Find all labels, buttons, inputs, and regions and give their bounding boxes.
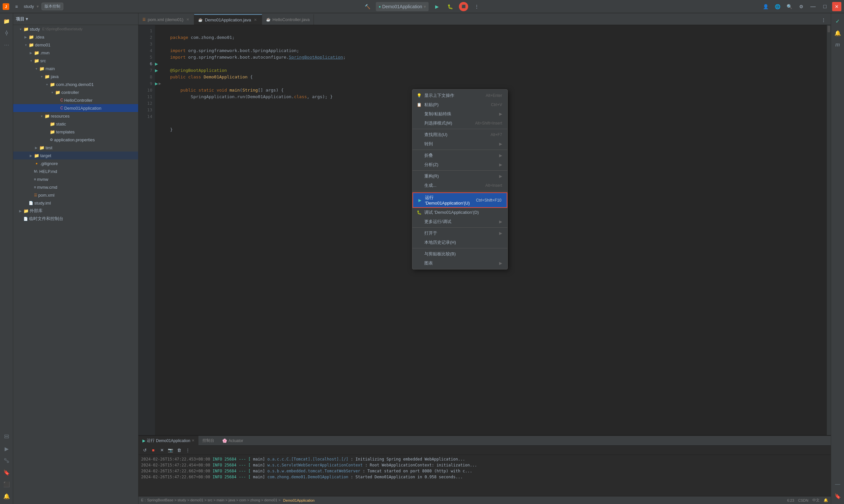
search-everywhere-icon[interactable]: 🔍 bbox=[785, 2, 794, 11]
sidebar-icon-project[interactable]: 📁 bbox=[1, 16, 12, 26]
tab-close-pom[interactable]: ✕ bbox=[185, 17, 190, 22]
right-icon-notifications[interactable]: 🔔 bbox=[832, 28, 843, 38]
sidebar-icon-bookmark[interactable]: 🔖 bbox=[1, 467, 12, 478]
editor-scrollbar[interactable] bbox=[827, 25, 831, 435]
ctx-item-folding[interactable]: 折叠 ▶ bbox=[412, 151, 507, 160]
gutter-9-runicon[interactable]: ▶ ▶ bbox=[155, 80, 165, 87]
vcs-button[interactable]: 版本控制 bbox=[41, 3, 63, 10]
tree-item-templates[interactable]: ▶ 📁 templates bbox=[13, 128, 138, 136]
toolbar-more-icon[interactable]: ⋮ bbox=[472, 2, 481, 11]
tree-item-mvnw[interactable]: ▶ ≡ mvnw bbox=[13, 175, 138, 183]
tree-item-target[interactable]: ▶ 📁 target bbox=[13, 151, 138, 159]
tree-item-test[interactable]: ▶ 📁 test bbox=[13, 144, 138, 151]
ctx-item-column-mode[interactable]: 列选择模式(M) Alt+Shift+Insert bbox=[412, 119, 507, 128]
tree-body[interactable]: ▾ 📁 study E:\SpringBootBase\study ▶ 📁 .i… bbox=[13, 25, 138, 504]
console-btn-screenshot[interactable]: 📷 bbox=[167, 447, 174, 454]
tree-item-com-zhong[interactable]: ▾ 📁 com.zhong.demo01 bbox=[13, 80, 138, 88]
sidebar-icon-notifications[interactable]: 🔔 bbox=[1, 491, 12, 501]
sidebar-icon-layers[interactable] bbox=[1, 432, 12, 442]
ctx-item-paste[interactable]: 📋 粘贴(P) Ctrl+V bbox=[412, 100, 507, 109]
ctx-item-paste-special[interactable]: 复制/粘贴特殊 ▶ bbox=[412, 109, 507, 119]
ctx-item-diagram[interactable]: 图表 ▶ bbox=[412, 258, 507, 268]
ctx-item-run[interactable]: ▶ 运行 'Demo01Application'(U) Ctrl+Shift+F… bbox=[412, 192, 507, 208]
tree-item-idea[interactable]: ▶ 📁 .idea bbox=[13, 33, 138, 41]
tree-item-ext-libs[interactable]: ▶ 📁 外部库 bbox=[13, 207, 138, 215]
tab-pom-xml[interactable]: ☰ pom.xml (demo01) ✕ bbox=[138, 14, 194, 25]
tree-item-controller[interactable]: ▾ 📁 controller bbox=[13, 88, 138, 96]
ctx-item-find-usages[interactable]: 查找用法(U) Alt+F7 bbox=[412, 130, 507, 139]
scrollbar-thumb[interactable] bbox=[828, 26, 830, 32]
right-icon-collapse[interactable]: — bbox=[832, 479, 843, 489]
gutter-7-runicon[interactable]: ▶ bbox=[155, 67, 165, 74]
find-icon bbox=[416, 132, 422, 137]
log-time-2: 2024-02-26T15:47:22.454+08:00 bbox=[141, 463, 210, 467]
toolbar-debug-icon[interactable]: 🐛 bbox=[446, 2, 455, 11]
tree-item-src[interactable]: ▾ 📁 src bbox=[13, 57, 138, 65]
folder-icon-com-zhong: 📁 bbox=[50, 82, 55, 87]
ctx-item-analyze[interactable]: 分析(Z) ▶ bbox=[412, 160, 507, 169]
tab-console[interactable]: 控制台 bbox=[199, 436, 218, 446]
sidebar-icon-run[interactable]: ▶ bbox=[1, 444, 12, 454]
close-button[interactable]: ✕ bbox=[832, 2, 841, 11]
toolbar-build-icon[interactable]: 🔨 bbox=[363, 2, 372, 11]
tree-item-application-props[interactable]: ▶ ⚙ application.properties bbox=[13, 136, 138, 144]
tree-item-study-iml[interactable]: ▶ 📄 study.iml bbox=[13, 199, 138, 207]
ctx-item-refactor[interactable]: 重构(R) ▶ bbox=[412, 172, 507, 181]
toolbar-run-btn[interactable]: ● Demo01Application ▾ bbox=[376, 2, 428, 11]
toolbar-run-icon[interactable]: ▶ bbox=[433, 2, 442, 11]
console-btn-close[interactable]: ✕ bbox=[158, 447, 166, 454]
console-btn-stop[interactable]: ■ bbox=[150, 447, 157, 454]
tree-item-demo01[interactable]: ▾ 📁 demo01 bbox=[13, 41, 138, 49]
sidebar-icon-commit[interactable] bbox=[1, 28, 12, 38]
console-btn-restart[interactable]: ↺ bbox=[141, 447, 148, 454]
tree-item-pom-xml[interactable]: ▶ ☰ pom.xml bbox=[13, 191, 138, 199]
tab-run[interactable]: ▶ 运行 Demo01Application ✕ bbox=[138, 436, 199, 446]
ctx-item-context-actions[interactable]: 💡 显示上下文操作 Alt+Enter bbox=[412, 91, 507, 100]
right-icon-bookmark[interactable]: 🔖 bbox=[832, 491, 843, 501]
toolbar-coverage-icon[interactable]: ⬛ bbox=[459, 2, 468, 11]
sidebar-icon-terminal[interactable]: ⬛ bbox=[1, 479, 12, 489]
tree-item-gitignore[interactable]: ▶ 🔸 .gitignore bbox=[13, 159, 138, 167]
tree-item-java[interactable]: ▾ 📁 java bbox=[13, 72, 138, 80]
tree-item-helpmd[interactable]: ▶ M↓ HELP.md bbox=[13, 167, 138, 175]
settings-icon[interactable]: ⚙ bbox=[796, 2, 806, 11]
tab-hello-controller[interactable]: ☕ HelloController.java bbox=[262, 14, 314, 25]
tab-demo01app[interactable]: ☕ Demo01Application.java ✕ bbox=[194, 14, 262, 25]
run-tab-close[interactable]: ✕ bbox=[192, 438, 194, 443]
ctx-item-local-history[interactable]: 本地历史记录(H) bbox=[412, 238, 507, 247]
ctx-item-debug[interactable]: 🐛 调试 'Demo01Application'(D) bbox=[412, 208, 507, 217]
paste-icon: 📋 bbox=[416, 102, 422, 107]
java-icon-demo01app: C bbox=[60, 106, 63, 110]
ctx-item-generate[interactable]: 生成... Alt+Insert bbox=[412, 181, 507, 190]
sidebar-icon-more[interactable]: ⋯ bbox=[1, 39, 12, 50]
ctx-item-compare-clipboard[interactable]: 与剪贴板比较(B) bbox=[412, 249, 507, 258]
tree-item-study-root[interactable]: ▾ 📁 study E:\SpringBootBase\study bbox=[13, 25, 138, 33]
tree-item-mvnw-cmd[interactable]: ▶ ≡ mvnw.cmd bbox=[13, 183, 138, 191]
tree-item-main[interactable]: ▾ 📁 main bbox=[13, 65, 138, 72]
project-dropdown-arrow[interactable]: ▾ bbox=[37, 4, 39, 9]
ctx-item-goto[interactable]: 转到 ▶ bbox=[412, 139, 507, 148]
tree-item-mvn[interactable]: ▶ 📁 .mvn bbox=[13, 49, 138, 57]
tree-item-scratch[interactable]: ▶ 📄 临时文件和控制台 bbox=[13, 215, 138, 223]
console-btn-more[interactable]: ⋮ bbox=[184, 447, 191, 454]
tree-item-resources[interactable]: ▾ 📁 resources bbox=[13, 112, 138, 120]
project-menu-icon[interactable]: ≡ bbox=[12, 2, 21, 11]
tree-item-hello-controller[interactable]: ▶ C HelloController bbox=[13, 96, 138, 104]
minimize-button[interactable]: — bbox=[808, 2, 817, 11]
console-btn-clear[interactable]: 🗑 bbox=[175, 447, 183, 454]
right-icon-check[interactable]: ✓ bbox=[832, 16, 843, 26]
tree-item-static[interactable]: ▶ 📁 static bbox=[13, 120, 138, 128]
ctx-item-open-in[interactable]: 打开于 ▶ bbox=[412, 229, 507, 238]
tab-actuator[interactable]: 🌸 Actuator bbox=[218, 436, 247, 446]
gutter-6-runicon[interactable]: ▶ bbox=[155, 60, 165, 67]
sidebar-icon-git[interactable] bbox=[1, 455, 12, 466]
tree-item-demo01-application[interactable]: ▶ C Demo01Application bbox=[13, 104, 138, 112]
maximize-button[interactable]: □ bbox=[820, 2, 829, 11]
ctx-item-more-run[interactable]: 更多运行/调试 ▶ bbox=[412, 217, 507, 226]
line-num-3: 3 bbox=[138, 41, 152, 48]
user-icon[interactable]: 👤 bbox=[761, 2, 770, 11]
translate-icon[interactable]: 🌐 bbox=[773, 2, 782, 11]
editor-tabs-more[interactable]: ⋮ bbox=[819, 16, 828, 25]
tab-close-demo01app[interactable]: ✕ bbox=[253, 17, 258, 22]
right-icon-m[interactable]: m bbox=[832, 39, 843, 50]
